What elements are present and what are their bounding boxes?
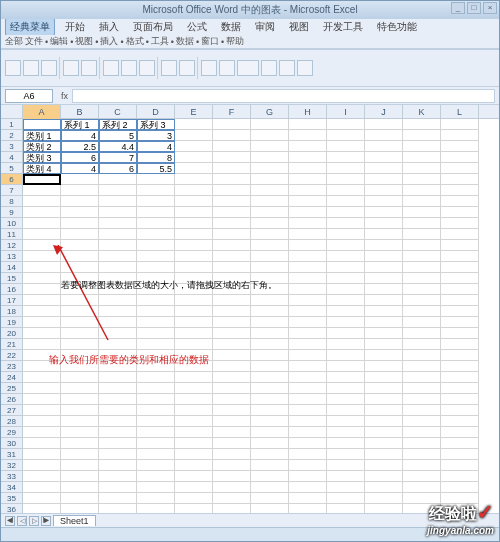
cell[interactable] xyxy=(289,383,327,394)
cell[interactable] xyxy=(175,174,213,185)
cell[interactable] xyxy=(251,141,289,152)
cell[interactable] xyxy=(137,460,175,471)
cell[interactable] xyxy=(327,449,365,460)
row-header[interactable]: 4 xyxy=(1,152,23,163)
tab-insert[interactable]: 插入 xyxy=(95,19,123,35)
cell[interactable] xyxy=(23,218,61,229)
cell[interactable] xyxy=(99,218,137,229)
cell[interactable] xyxy=(99,251,137,262)
cell[interactable] xyxy=(441,130,479,141)
undo-icon[interactable] xyxy=(161,60,177,76)
cell[interactable] xyxy=(365,460,403,471)
cell[interactable] xyxy=(61,471,99,482)
cell[interactable] xyxy=(327,361,365,372)
cell[interactable] xyxy=(61,460,99,471)
cell[interactable] xyxy=(251,229,289,240)
cell[interactable] xyxy=(99,174,137,185)
cell[interactable] xyxy=(251,416,289,427)
cell[interactable] xyxy=(403,218,441,229)
cell[interactable] xyxy=(23,482,61,493)
cell[interactable] xyxy=(61,383,99,394)
cell[interactable] xyxy=(403,196,441,207)
col-header-i[interactable]: I xyxy=(327,105,365,119)
cell[interactable] xyxy=(137,427,175,438)
cell[interactable] xyxy=(99,317,137,328)
cell[interactable]: 6 xyxy=(99,163,137,174)
cell[interactable] xyxy=(441,163,479,174)
cell[interactable] xyxy=(175,262,213,273)
cell[interactable] xyxy=(327,471,365,482)
cell[interactable] xyxy=(61,207,99,218)
cell[interactable] xyxy=(403,229,441,240)
cell[interactable] xyxy=(23,328,61,339)
cell[interactable] xyxy=(365,482,403,493)
cell[interactable] xyxy=(327,141,365,152)
minimize-button[interactable]: _ xyxy=(451,2,465,14)
cell[interactable] xyxy=(441,229,479,240)
cut-icon[interactable] xyxy=(103,60,119,76)
cell[interactable] xyxy=(289,196,327,207)
cell[interactable] xyxy=(251,339,289,350)
open-icon[interactable] xyxy=(23,60,39,76)
cell[interactable] xyxy=(441,185,479,196)
cell[interactable] xyxy=(441,449,479,460)
cell[interactable] xyxy=(403,262,441,273)
cell[interactable] xyxy=(175,339,213,350)
cell[interactable] xyxy=(251,130,289,141)
cell[interactable] xyxy=(61,339,99,350)
cell[interactable] xyxy=(99,405,137,416)
help-icon[interactable] xyxy=(297,60,313,76)
cell[interactable] xyxy=(213,185,251,196)
cell[interactable] xyxy=(289,438,327,449)
menu-file[interactable]: 文件 xyxy=(25,35,43,48)
cell[interactable] xyxy=(213,493,251,504)
cell[interactable] xyxy=(175,251,213,262)
cell[interactable] xyxy=(99,339,137,350)
chart-icon[interactable] xyxy=(261,60,277,76)
redo-icon[interactable] xyxy=(179,60,195,76)
cell[interactable] xyxy=(61,306,99,317)
cell[interactable] xyxy=(137,317,175,328)
cell[interactable] xyxy=(327,185,365,196)
cell[interactable] xyxy=(23,372,61,383)
cell[interactable] xyxy=(327,207,365,218)
col-header-g[interactable]: G xyxy=(251,105,289,119)
cell[interactable] xyxy=(289,317,327,328)
cell[interactable] xyxy=(403,416,441,427)
cell[interactable]: 类别 2 xyxy=(23,141,61,152)
cell[interactable] xyxy=(23,460,61,471)
cell[interactable] xyxy=(23,427,61,438)
cell[interactable]: 4 xyxy=(61,130,99,141)
cell[interactable] xyxy=(441,438,479,449)
cell[interactable] xyxy=(213,262,251,273)
cell[interactable] xyxy=(175,240,213,251)
cell[interactable] xyxy=(403,317,441,328)
cell[interactable] xyxy=(289,372,327,383)
row-header[interactable]: 15 xyxy=(1,273,23,284)
cell[interactable] xyxy=(175,405,213,416)
cell[interactable] xyxy=(441,405,479,416)
cell[interactable] xyxy=(289,174,327,185)
cell[interactable] xyxy=(441,328,479,339)
cell[interactable] xyxy=(289,460,327,471)
cell[interactable] xyxy=(327,339,365,350)
cell[interactable] xyxy=(403,141,441,152)
cell[interactable] xyxy=(327,295,365,306)
cell[interactable] xyxy=(99,427,137,438)
cell[interactable] xyxy=(441,119,479,130)
cell[interactable] xyxy=(441,427,479,438)
cell[interactable] xyxy=(441,372,479,383)
cell[interactable] xyxy=(213,196,251,207)
cell[interactable] xyxy=(137,504,175,513)
cell[interactable] xyxy=(99,328,137,339)
cell[interactable] xyxy=(251,196,289,207)
cell[interactable] xyxy=(403,273,441,284)
col-header-d[interactable]: D xyxy=(137,105,175,119)
cell[interactable] xyxy=(365,383,403,394)
row-header[interactable]: 20 xyxy=(1,328,23,339)
col-header-e[interactable]: E xyxy=(175,105,213,119)
cell[interactable] xyxy=(175,449,213,460)
cell[interactable] xyxy=(175,427,213,438)
cell[interactable] xyxy=(137,328,175,339)
cell[interactable] xyxy=(213,405,251,416)
